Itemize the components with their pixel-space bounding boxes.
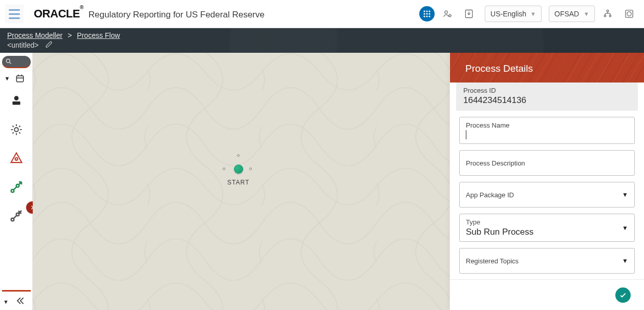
type-select[interactable]: Type Sub Run Process ▼: [459, 214, 635, 242]
main-region: ▼ ▼: [0, 53, 644, 310]
svg-point-7: [426, 15, 427, 17]
download-icon[interactable]: [460, 5, 478, 23]
svg-rect-20: [12, 101, 20, 105]
help-icon[interactable]: [620, 5, 638, 23]
process-name-label: Process Name: [466, 121, 628, 129]
chevron-down-icon: ▼: [5, 75, 10, 81]
svg-point-16: [627, 12, 631, 16]
process-desc-label: Process Description: [466, 159, 628, 167]
details-title: Process Details: [450, 53, 644, 82]
breadcrumb-link-0[interactable]: Process Modeller: [7, 31, 62, 39]
process-id-label: Process ID: [463, 87, 631, 94]
details-footer: [450, 279, 644, 310]
tool-connector-out[interactable]: [6, 176, 27, 198]
svg-rect-15: [626, 10, 633, 17]
svg-point-1: [426, 10, 427, 12]
svg-point-9: [445, 11, 447, 13]
user-icon[interactable]: [439, 5, 456, 23]
svg-point-5: [428, 13, 430, 14]
svg-point-13: [604, 15, 606, 17]
svg-point-17: [6, 59, 10, 63]
profile-select[interactable]: OFSAD ▼: [549, 6, 595, 22]
palette-search[interactable]: [2, 56, 31, 68]
palette-category-select[interactable]: ▼: [3, 73, 30, 84]
type-label: Type: [466, 218, 628, 226]
app-package-select[interactable]: App Package ID ▼: [459, 182, 635, 208]
process-name-input[interactable]: [466, 129, 569, 139]
svg-point-19: [14, 96, 18, 100]
svg-point-14: [609, 15, 611, 17]
collapse-icon[interactable]: [15, 296, 25, 308]
profile-value: OFSAD: [554, 10, 579, 18]
hamburger-menu[interactable]: [5, 5, 24, 23]
palette-footer: ▼: [0, 296, 33, 308]
svg-point-4: [426, 13, 427, 14]
language-select[interactable]: US-English ▼: [485, 6, 542, 22]
chevron-down-icon: ▼: [530, 11, 536, 17]
start-node-dot[interactable]: [234, 164, 243, 174]
port-north[interactable]: [237, 154, 240, 157]
org-icon[interactable]: [599, 5, 616, 23]
diagram-canvas[interactable]: START: [33, 53, 449, 310]
tool-human-task[interactable]: [6, 90, 27, 112]
process-name-field[interactable]: Process Name: [459, 117, 635, 144]
process-desc-field[interactable]: Process Description: [459, 150, 635, 176]
details-panel: Process Details Process ID 1644234514136…: [449, 53, 644, 310]
svg-point-22: [15, 158, 17, 160]
process-id-field: Process ID 1644234514136: [456, 82, 638, 111]
svg-point-0: [423, 10, 425, 12]
edit-title-icon[interactable]: [45, 40, 53, 50]
svg-point-8: [428, 15, 430, 17]
breadcrumb-sep: >: [68, 31, 72, 39]
breadcrumb-link-1[interactable]: Process Flow: [77, 31, 120, 39]
svg-point-21: [14, 128, 18, 132]
type-value: Sub Run Process: [466, 227, 628, 237]
tool-palette: ▼ ▼: [0, 53, 33, 310]
tool-service-task[interactable]: [6, 118, 27, 141]
svg-point-10: [449, 14, 451, 16]
process-id-value: 1644234514136: [463, 95, 631, 106]
app-package-label: App Package ID: [466, 191, 628, 199]
port-east[interactable]: [249, 168, 252, 170]
topics-select[interactable]: Registered Topics ▼: [459, 248, 635, 274]
tool-error-event[interactable]: [6, 147, 27, 170]
svg-point-6: [423, 15, 425, 17]
page-title: <untitled>: [7, 41, 39, 49]
apps-icon[interactable]: [419, 6, 435, 22]
app-header: ORACLE® Regulatory Reporting for US Fede…: [0, 0, 644, 28]
port-west[interactable]: [223, 168, 225, 170]
chevron-down-icon: ▼: [584, 11, 589, 17]
brand-text: ORACLE®: [34, 7, 83, 20]
svg-point-2: [428, 10, 430, 12]
start-node[interactable]: START: [227, 164, 249, 186]
topics-label: Registered Topics: [466, 257, 628, 265]
language-value: US-English: [490, 10, 526, 18]
svg-point-12: [607, 10, 609, 12]
tool-connector-in[interactable]: [6, 204, 27, 227]
app-title: Regulatory Reporting for US Federal Rese…: [89, 10, 265, 20]
start-node-label: START: [227, 179, 249, 186]
svg-point-3: [423, 13, 425, 14]
breadcrumb: Process Modeller > Process Flow <untitle…: [0, 28, 644, 53]
svg-rect-18: [17, 76, 24, 82]
chevron-down-icon[interactable]: ▼: [3, 299, 9, 305]
calendar-icon: [15, 73, 25, 84]
app-logo: ORACLE® Regulatory Reporting for US Fede…: [34, 7, 265, 20]
confirm-button[interactable]: [615, 287, 631, 303]
